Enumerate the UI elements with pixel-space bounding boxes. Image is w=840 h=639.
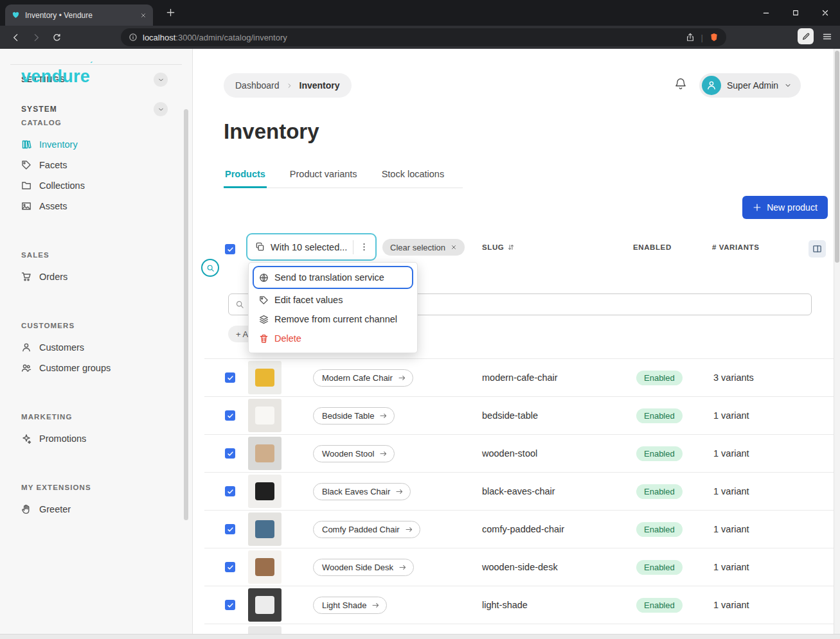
sort-icon[interactable] [507, 243, 515, 251]
cart-icon [21, 272, 31, 282]
column-header-variants[interactable]: # VARIANTS [712, 243, 760, 251]
row-checkbox[interactable] [225, 410, 235, 421]
sidebar-item-assets[interactable]: Assets [0, 196, 192, 216]
select-all-checkbox[interactable] [225, 244, 235, 254]
close-button[interactable] [810, 0, 840, 26]
browser-menu-icon[interactable] [822, 31, 832, 42]
sidebar-item-label: Orders [39, 272, 67, 282]
page-scrollbar[interactable] [834, 49, 840, 639]
maximize-button[interactable] [781, 0, 810, 26]
menu-item-label: Send to translation service [274, 272, 384, 283]
breadcrumb-item-dashboard[interactable]: Dashboard [235, 80, 280, 91]
breadcrumb[interactable]: Dashboard Inventory [224, 73, 352, 98]
tab-close-icon[interactable] [140, 12, 147, 19]
browser-tab[interactable]: Inventory • Vendure [5, 4, 153, 26]
close-icon[interactable] [451, 244, 457, 250]
tab-stock-locations[interactable]: Stock locations [380, 163, 446, 188]
chevron-down-icon [784, 82, 792, 89]
table-row: Wooden Stoolwooden-stoolEnabled1 variant [204, 434, 834, 472]
product-thumbnail [248, 399, 281, 432]
column-header-slug[interactable]: SLUG [482, 243, 515, 251]
product-thumbnail [248, 361, 281, 394]
product-name-link[interactable]: Black Eaves Chair [313, 483, 411, 500]
sidebar-item-greeter[interactable]: Greeter [0, 499, 192, 520]
site-info-icon[interactable] [129, 33, 138, 42]
column-settings-button[interactable] [809, 240, 826, 258]
divider: | [701, 33, 703, 42]
menu-item-send-to-translation-service[interactable]: Send to translation service [253, 266, 413, 289]
check-icon [227, 246, 234, 253]
sidebar-item-customer-groups[interactable]: Customer groups [0, 358, 192, 378]
minimize-button[interactable] [751, 0, 781, 26]
tab-product-variants[interactable]: Product variants [289, 163, 359, 188]
sidebar-item-label: Collections [39, 180, 85, 191]
variant-count: 3 variants [706, 372, 834, 383]
page-tabs: Products Product variants Stock location… [224, 163, 463, 188]
product-slug: wooden-side-desk [476, 562, 629, 572]
url-bar[interactable]: localhost:3000/admin/catalog/inventory | [121, 28, 726, 46]
column-header-enabled[interactable]: ENABLED [633, 243, 672, 251]
table-row: Comfy Padded Chaircomfy-padded-chairEnab… [204, 510, 834, 548]
brave-shields-icon[interactable] [710, 33, 719, 42]
variant-count: 1 variant [706, 524, 834, 534]
sidebar-item-orders[interactable]: Orders [0, 267, 192, 287]
clear-selection-label: Clear selection [390, 243, 445, 252]
row-checkbox[interactable] [225, 448, 235, 459]
chevron-down-icon[interactable] [154, 73, 168, 87]
kebab-menu-icon[interactable] [359, 242, 369, 252]
bulk-actions-button[interactable]: With 10 selected... [246, 233, 377, 261]
status-badge: Enabled [636, 408, 683, 423]
notifications-bell-icon[interactable] [674, 77, 688, 91]
product-name-link[interactable]: Comfy Padded Chair [313, 521, 420, 538]
users-icon [21, 363, 31, 373]
product-name-link[interactable]: Wooden Stool [313, 445, 395, 462]
sidebar-item-facets[interactable]: Facets [0, 155, 192, 175]
search-icon [206, 264, 215, 272]
row-checkbox[interactable] [225, 372, 235, 383]
search-toggle-button[interactable] [201, 259, 219, 277]
row-checkbox[interactable] [225, 600, 235, 610]
sidebar-item-customers[interactable]: Customers [0, 337, 192, 358]
variant-count: 1 variant [706, 562, 834, 572]
product-slug: wooden-stool [476, 448, 629, 459]
divider [353, 240, 353, 254]
user-menu[interactable]: Super Admin [699, 73, 801, 98]
clear-selection-chip[interactable]: Clear selection [382, 239, 465, 256]
extension-icon[interactable] [798, 28, 814, 44]
row-checkbox[interactable] [225, 562, 235, 572]
sidebar: vendure´ CATALOGInventoryFacetsCollectio… [0, 49, 193, 639]
sidebar-item-promotions[interactable]: Promotions [0, 428, 192, 449]
product-name: Black Eaves Chair [322, 487, 390, 496]
tab-products[interactable]: Products [224, 163, 267, 188]
scrollbar-thumb[interactable] [835, 51, 839, 263]
back-button[interactable] [6, 28, 24, 46]
reload-button[interactable] [48, 28, 66, 46]
status-badge: Enabled [636, 484, 683, 499]
product-name-link[interactable]: Bedside Table [313, 407, 395, 425]
share-icon[interactable] [686, 33, 695, 42]
sidebar-item-inventory[interactable]: Inventory [0, 134, 192, 155]
menu-item-delete[interactable]: Delete [253, 329, 413, 348]
product-name-link[interactable]: Light Shade [313, 597, 387, 614]
sidebar-item-label: Greeter [39, 504, 71, 514]
arrow-right-icon [379, 450, 388, 458]
menu-item-remove-from-current-channel[interactable]: Remove from current channel [253, 310, 413, 329]
status-badge: Enabled [636, 598, 683, 613]
sidebar-group-heading: SALES [21, 251, 192, 259]
new-tab-button[interactable] [166, 8, 175, 17]
check-icon [227, 526, 234, 533]
variant-count: 1 variant [706, 448, 834, 459]
sidebar-item-label: Promotions [39, 433, 86, 444]
product-name-link[interactable]: Wooden Side Desk [313, 559, 414, 576]
status-badge: Enabled [636, 522, 683, 537]
horizontal-scrollbar[interactable] [0, 634, 840, 639]
row-checkbox[interactable] [225, 486, 235, 496]
product-name-link[interactable]: Modern Cafe Chair [313, 369, 413, 387]
row-checkbox[interactable] [225, 524, 235, 534]
forward-button[interactable] [27, 28, 45, 46]
menu-item-edit-facet-values[interactable]: Edit facet values [253, 290, 413, 310]
new-product-button[interactable]: New product [742, 196, 828, 219]
sidebar-scrollbar[interactable] [184, 109, 188, 520]
arrow-right-icon [398, 563, 407, 572]
sidebar-item-collections[interactable]: Collections [0, 175, 192, 196]
